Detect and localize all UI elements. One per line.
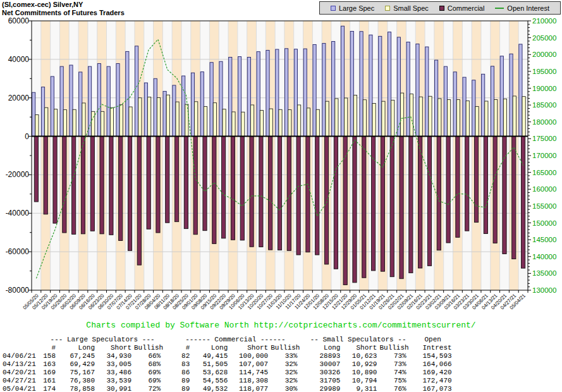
table-group-header: --- Large Speculators --- [38, 336, 167, 344]
right-axis-label: 200000 [532, 51, 556, 58]
bar-commercial [306, 137, 310, 252]
bar-small-spec [213, 103, 216, 137]
bar-large-spec [322, 44, 326, 137]
bar-commercial [287, 137, 291, 251]
bar-large-spec [434, 60, 437, 136]
bar-large-spec [406, 42, 410, 136]
table-cell: 86 [167, 369, 191, 377]
table-cell: 33,486 [96, 369, 133, 377]
table-cell: 73% [378, 360, 412, 369]
table-cell: 30326 [303, 369, 341, 377]
bar-commercial [128, 137, 131, 251]
bar-small-spec [288, 110, 291, 137]
bar-small-spec [204, 106, 207, 136]
bar-large-spec [32, 92, 35, 136]
bar-large-spec [519, 44, 522, 137]
column-header: Bullish [133, 344, 167, 352]
bar-small-spec [138, 98, 142, 137]
cot-chart: 6000040000200000-20000-40000-60000-80000… [0, 0, 562, 335]
bar-large-spec [79, 72, 82, 137]
bar-commercial [174, 137, 178, 222]
bar-small-spec [382, 101, 385, 136]
bar-commercial [353, 137, 357, 283]
bar-commercial [63, 137, 66, 233]
table-cell: 169 [38, 369, 57, 377]
left-axis-label: 0 [25, 132, 29, 141]
bar-small-spec [494, 100, 498, 137]
table-cell: 118,077 [229, 385, 269, 392]
column-header: Long [57, 344, 96, 352]
source-url[interactable]: http://cotpricecharts.com/commitmentscur… [254, 321, 476, 330]
column-header: Short [341, 344, 378, 352]
table-cell: 30007 [303, 360, 341, 369]
table-cell: 49,415 [191, 352, 229, 360]
bar-commercial [521, 137, 525, 269]
bar-commercial [193, 137, 197, 235]
bar-commercial [53, 137, 57, 224]
bar-large-spec [107, 66, 110, 136]
table-cell: 53,628 [191, 369, 229, 377]
table-cell: 69% [133, 369, 167, 377]
table-cell: 89 [167, 377, 191, 385]
bar-small-spec [353, 95, 357, 136]
table-cell: 49,532 [191, 385, 229, 392]
bar-small-spec [466, 101, 469, 136]
bar-commercial [474, 137, 478, 223]
bar-commercial [390, 137, 394, 277]
bar-small-spec [400, 93, 403, 136]
bar-small-spec [35, 114, 39, 136]
bar-small-spec [241, 112, 245, 136]
table-cell: 32% [269, 377, 303, 385]
bar-small-spec [419, 97, 422, 136]
bar-small-spec [129, 107, 132, 137]
table-cell: 54,556 [191, 377, 229, 385]
table-cell: 9,311 [341, 385, 378, 392]
column-header: Bullish [378, 344, 412, 352]
bar-commercial [203, 137, 207, 231]
table-cell: 107,007 [229, 360, 269, 369]
bar-small-spec [326, 101, 329, 136]
bar-large-spec [294, 49, 297, 137]
column-header: Intrest [413, 344, 453, 352]
bar-commercial [166, 137, 169, 223]
right-axis-label: 160000 [532, 185, 556, 193]
column-header: Long [303, 344, 341, 352]
cot-table: --- Large Speculators --------- Commerci… [1, 336, 453, 392]
bar-large-spec [60, 66, 63, 136]
table-cell: 30% [269, 385, 303, 392]
bar-commercial [90, 137, 94, 231]
bar-large-spec [463, 77, 466, 136]
table-cell: 69% [133, 377, 167, 385]
bar-commercial [372, 137, 376, 271]
bar-commercial [147, 137, 150, 230]
table-cell: 32% [269, 369, 303, 377]
bar-large-spec [388, 32, 391, 137]
table-cell: 172,470 [413, 377, 453, 385]
bar-small-spec [157, 97, 160, 136]
bar-small-spec [110, 107, 113, 136]
bar-small-spec [522, 97, 525, 137]
bar-large-spec [472, 80, 475, 137]
table-cell: 66% [133, 352, 167, 360]
left-axis-label: -80000 [6, 286, 30, 295]
bar-large-spec [379, 36, 382, 136]
bar-large-spec [229, 58, 232, 137]
bar-small-spec [316, 109, 319, 136]
bar-large-spec [350, 31, 353, 136]
bar-large-spec [332, 42, 335, 137]
bar-large-spec [210, 63, 213, 137]
table-cell: 76% [378, 385, 412, 392]
bar-commercial [212, 137, 216, 244]
bar-large-spec [444, 66, 447, 136]
column-header: Short [96, 344, 133, 352]
bar-commercial [315, 137, 319, 255]
right-axis-label: 150000 [532, 219, 556, 227]
bar-commercial [456, 137, 460, 238]
table-column-header-row: #LongShortBullish#LongShortBullishLongSh… [1, 344, 453, 352]
bar-small-spec [513, 96, 516, 137]
bar-commercial [427, 137, 431, 266]
caption-text: Charts compiled by Software North [86, 321, 254, 330]
bar-large-spec [70, 65, 73, 137]
bar-large-spec [238, 57, 241, 137]
bar-large-spec [182, 76, 185, 137]
